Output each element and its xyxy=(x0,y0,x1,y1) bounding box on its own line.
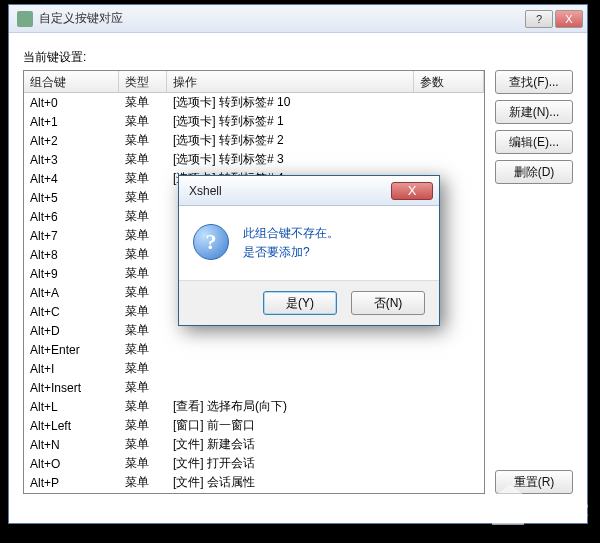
cell-type: 菜单 xyxy=(119,492,167,494)
cell-type: 菜单 xyxy=(119,169,167,188)
cell-param xyxy=(414,121,484,123)
cell-param xyxy=(414,330,484,332)
cell-action xyxy=(167,368,414,370)
cell-key: Alt+Left xyxy=(24,418,119,434)
cell-action: [文件] 新建会话 xyxy=(167,435,414,454)
cell-type: 菜单 xyxy=(119,245,167,264)
question-icon: ? xyxy=(193,224,229,260)
cell-type: 菜单 xyxy=(119,378,167,397)
window-controls: ? X xyxy=(525,10,583,28)
table-row[interactable]: Alt+I菜单 xyxy=(24,359,484,378)
cell-action xyxy=(167,330,414,332)
cell-param xyxy=(414,140,484,142)
cell-param xyxy=(414,463,484,465)
cell-param xyxy=(414,349,484,351)
cell-key: Alt+Insert xyxy=(24,380,119,396)
cell-key: Alt+9 xyxy=(24,266,119,282)
cell-action xyxy=(167,349,414,351)
cell-param xyxy=(414,102,484,104)
cell-type: 菜单 xyxy=(119,359,167,378)
dialog-titlebar[interactable]: 自定义按键对应 ? X xyxy=(9,5,587,33)
yes-button[interactable]: 是(Y) xyxy=(263,291,337,315)
house-icon xyxy=(492,497,524,525)
dialog-title: 自定义按键对应 xyxy=(39,10,525,27)
modal-line2: 是否要添加? xyxy=(243,243,339,262)
cell-key: Alt+4 xyxy=(24,171,119,187)
cell-key: Alt+6 xyxy=(24,209,119,225)
find-button[interactable]: 查找(F)... xyxy=(495,70,573,94)
cell-type: 菜单 xyxy=(119,93,167,112)
help-button[interactable]: ? xyxy=(525,10,553,28)
no-button[interactable]: 否(N) xyxy=(351,291,425,315)
table-row[interactable]: Alt+L菜单[查看] 选择布局(向下) xyxy=(24,397,484,416)
modal-actions: 是(Y) 否(N) xyxy=(179,280,439,325)
table-row[interactable]: Alt+R菜单[查看] 透明 xyxy=(24,492,484,494)
table-header: 组合键 类型 操作 参数 xyxy=(24,71,484,93)
cell-key: Alt+R xyxy=(24,494,119,495)
cell-action xyxy=(167,387,414,389)
modal-message: 此组合键不存在。 是否要添加? xyxy=(243,224,339,262)
cell-action: [文件] 打开会话 xyxy=(167,454,414,473)
cell-param xyxy=(414,482,484,484)
cell-key: Alt+L xyxy=(24,399,119,415)
cell-key: Alt+A xyxy=(24,285,119,301)
confirm-dialog: Xshell X ? 此组合键不存在。 是否要添加? 是(Y) 否(N) xyxy=(178,175,440,326)
cell-key: Alt+7 xyxy=(24,228,119,244)
col-param[interactable]: 参数 xyxy=(414,71,484,92)
col-action[interactable]: 操作 xyxy=(167,71,414,92)
cell-type: 菜单 xyxy=(119,416,167,435)
edit-button[interactable]: 编辑(E)... xyxy=(495,130,573,154)
app-icon xyxy=(17,11,33,27)
cell-type: 菜单 xyxy=(119,150,167,169)
cell-key: Alt+3 xyxy=(24,152,119,168)
table-row[interactable]: Alt+0菜单[选项卡] 转到标签# 10 xyxy=(24,93,484,112)
cell-action: [选项卡] 转到标签# 10 xyxy=(167,93,414,112)
cell-param xyxy=(414,387,484,389)
cell-type: 菜单 xyxy=(119,188,167,207)
cell-key: Alt+O xyxy=(24,456,119,472)
watermark-text: 系统之家 xyxy=(530,502,590,520)
table-row[interactable]: Alt+P菜单[文件] 会话属性 xyxy=(24,473,484,492)
cell-type: 菜单 xyxy=(119,207,167,226)
close-button[interactable]: X xyxy=(555,10,583,28)
cell-action: [窗口] 前一窗口 xyxy=(167,416,414,435)
side-buttons: 查找(F)... 新建(N)... 编辑(E)... 删除(D) 重置(R) xyxy=(495,70,573,494)
cell-param xyxy=(414,368,484,370)
cell-type: 菜单 xyxy=(119,112,167,131)
table-row[interactable]: Alt+2菜单[选项卡] 转到标签# 2 xyxy=(24,131,484,150)
cell-type: 菜单 xyxy=(119,226,167,245)
col-type[interactable]: 类型 xyxy=(119,71,167,92)
table-row[interactable]: Alt+Insert菜单 xyxy=(24,378,484,397)
delete-button[interactable]: 删除(D) xyxy=(495,160,573,184)
col-key[interactable]: 组合键 xyxy=(24,71,119,92)
cell-param xyxy=(414,159,484,161)
modal-close-button[interactable]: X xyxy=(391,182,433,200)
modal-titlebar[interactable]: Xshell X xyxy=(179,176,439,206)
question-mark: ? xyxy=(206,229,217,255)
cell-key: Alt+5 xyxy=(24,190,119,206)
cell-type: 菜单 xyxy=(119,131,167,150)
table-row[interactable]: Alt+Left菜单[窗口] 前一窗口 xyxy=(24,416,484,435)
section-label: 当前键设置: xyxy=(23,49,573,66)
cell-type: 菜单 xyxy=(119,454,167,473)
cell-type: 菜单 xyxy=(119,302,167,321)
cell-key: Alt+P xyxy=(24,475,119,491)
cell-param xyxy=(414,406,484,408)
cell-param xyxy=(414,444,484,446)
modal-body: ? 此组合键不存在。 是否要添加? xyxy=(179,206,439,280)
new-button[interactable]: 新建(N)... xyxy=(495,100,573,124)
modal-title: Xshell xyxy=(189,184,391,198)
cell-action: [查看] 选择布局(向下) xyxy=(167,397,414,416)
table-row[interactable]: Alt+O菜单[文件] 打开会话 xyxy=(24,454,484,473)
table-row[interactable]: Alt+3菜单[选项卡] 转到标签# 3 xyxy=(24,150,484,169)
cell-action: [选项卡] 转到标签# 3 xyxy=(167,150,414,169)
cell-key: Alt+N xyxy=(24,437,119,453)
table-row[interactable]: Alt+Enter菜单 xyxy=(24,340,484,359)
table-row[interactable]: Alt+1菜单[选项卡] 转到标签# 1 xyxy=(24,112,484,131)
cell-param xyxy=(414,425,484,427)
cell-type: 菜单 xyxy=(119,264,167,283)
cell-key: Alt+2 xyxy=(24,133,119,149)
table-row[interactable]: Alt+N菜单[文件] 新建会话 xyxy=(24,435,484,454)
cell-type: 菜单 xyxy=(119,321,167,340)
cell-type: 菜单 xyxy=(119,340,167,359)
